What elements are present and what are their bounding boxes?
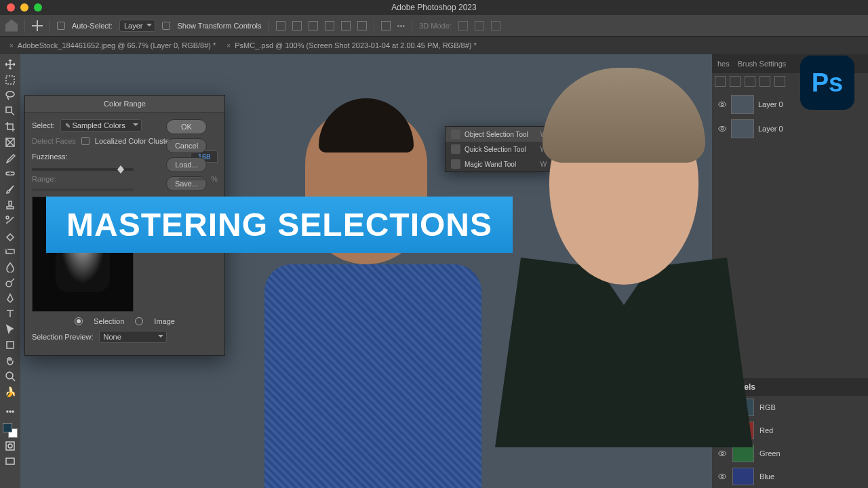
svg-point-7 <box>6 281 12 287</box>
eyedropper-tool[interactable] <box>2 150 18 165</box>
selection-tool[interactable] <box>2 104 18 119</box>
mode-3d-label: 3D Mode: <box>419 22 452 30</box>
tool-icon <box>451 144 460 154</box>
brush-tool[interactable] <box>2 182 18 197</box>
align-left-icon[interactable] <box>276 21 285 30</box>
select-label: Select: <box>32 121 55 129</box>
banana-icon[interactable]: 🍌 <box>2 384 18 399</box>
image-radio-label: Image <box>154 317 175 325</box>
color-swatch[interactable] <box>3 423 18 438</box>
channel-row[interactable]: Blue <box>712 465 868 488</box>
dialog-title: Color Range <box>25 96 224 113</box>
align-bottom-icon[interactable] <box>357 21 367 30</box>
align-top-icon[interactable] <box>325 21 334 30</box>
path-select-tool[interactable] <box>2 322 18 337</box>
move-tool[interactable] <box>2 57 18 72</box>
hand-tool[interactable] <box>2 353 18 368</box>
shape-tool[interactable] <box>2 338 18 352</box>
screen-mode-icon[interactable] <box>2 454 18 469</box>
auto-select-dropdown[interactable]: Layer <box>119 20 156 32</box>
healing-tool[interactable] <box>2 166 18 181</box>
options-bar: Auto-Select: Layer Show Transform Contro… <box>0 15 868 37</box>
document-tab[interactable]: × AdobeStock_184461652.jpeg @ 66.7% (Lay… <box>4 39 221 52</box>
channel-name: Red <box>760 426 773 434</box>
select-dropdown[interactable]: ✎ Sampled Colors <box>60 119 142 131</box>
gradient-tool[interactable] <box>2 244 18 259</box>
lasso-tool[interactable] <box>2 88 18 103</box>
svg-rect-10 <box>6 442 14 450</box>
history-brush-tool[interactable] <box>2 213 18 228</box>
close-tab-icon[interactable]: × <box>9 42 14 49</box>
ok-button[interactable]: OK <box>166 119 207 134</box>
align-right-icon[interactable] <box>309 21 318 30</box>
eraser-tool[interactable] <box>2 228 18 243</box>
fx-icon[interactable] <box>774 76 785 87</box>
fuzziness-label: Fuzziness: <box>32 152 68 161</box>
localized-label: Localized Color Clusters <box>95 137 176 145</box>
layer-name: Layer 0 <box>758 100 783 108</box>
svg-point-23 <box>719 474 726 479</box>
channel-name: RGB <box>760 403 776 411</box>
selection-radio[interactable] <box>75 317 83 325</box>
auto-select-checkbox[interactable] <box>57 22 65 30</box>
zoom-window[interactable] <box>34 3 42 12</box>
channel-name: Blue <box>760 472 774 481</box>
pen-tool[interactable] <box>2 291 18 306</box>
align-center-h-icon[interactable] <box>292 21 302 30</box>
stamp-tool[interactable] <box>2 197 18 212</box>
detect-faces-label: Detect Faces <box>32 137 76 145</box>
load-button[interactable]: Load... <box>166 157 207 172</box>
document-tabs: × AdobeStock_184461652.jpeg @ 66.7% (Lay… <box>0 37 868 54</box>
range-unit: % <box>211 175 218 183</box>
range-slider <box>32 188 134 191</box>
channel-thumbnail <box>732 468 754 485</box>
move-tool-icon[interactable] <box>32 20 43 31</box>
document-tab[interactable]: × PsMC_.psd @ 100% (Screen Shot 2023-01-… <box>221 39 481 52</box>
distribute-icon[interactable] <box>381 21 391 30</box>
title-banner: MASTERING SELECTIONS <box>46 197 513 253</box>
dodge-tool[interactable] <box>2 275 18 290</box>
mode-3d-dolly-icon <box>491 21 500 30</box>
show-transform-checkbox[interactable] <box>162 22 170 30</box>
selection-preview-label: Selection Preview: <box>32 333 94 341</box>
mode-3d-pan-icon <box>475 21 484 30</box>
align-center-v-icon[interactable] <box>341 21 351 30</box>
localized-checkbox[interactable] <box>81 137 90 145</box>
fuzziness-slider[interactable] <box>32 168 134 171</box>
frame-tool[interactable] <box>2 135 18 150</box>
logo-text: Ps <box>812 68 843 98</box>
app-title: Adobe Photoshop 2023 <box>391 3 476 12</box>
tool-icon <box>451 159 460 169</box>
selection-preview-dropdown[interactable]: None <box>99 331 167 343</box>
close-window[interactable] <box>7 3 15 12</box>
home-icon[interactable] <box>5 20 18 32</box>
selection-radio-label: Selection <box>94 317 124 325</box>
svg-rect-0 <box>6 76 14 84</box>
auto-select-label: Auto-Select: <box>72 22 113 30</box>
svg-point-11 <box>8 444 12 448</box>
svg-point-24 <box>721 475 724 478</box>
tools-panel: 🍌 ••• <box>0 54 20 488</box>
tab-label: AdobeStock_184461652.jpeg @ 66.7% (Layer… <box>18 41 216 49</box>
cancel-button[interactable]: Cancel <box>166 138 207 153</box>
mode-3d-orbit-icon <box>458 21 468 30</box>
svg-point-9 <box>6 372 13 379</box>
presenter-image <box>488 54 760 461</box>
eye-icon[interactable] <box>717 472 727 481</box>
image-radio[interactable] <box>135 317 143 325</box>
layer-name: Layer 0 <box>758 125 783 133</box>
svg-rect-12 <box>6 458 14 464</box>
link-icon[interactable] <box>760 76 770 87</box>
zoom-tool[interactable] <box>2 369 18 384</box>
minimize-window[interactable] <box>20 3 28 12</box>
marquee-tool[interactable] <box>2 73 18 87</box>
edit-toolbar[interactable]: ••• <box>2 405 18 420</box>
blur-tool[interactable] <box>2 260 18 274</box>
close-tab-icon[interactable]: × <box>226 42 231 49</box>
tool-icon <box>451 129 460 139</box>
quick-mask-icon[interactable] <box>2 439 18 453</box>
svg-rect-8 <box>7 342 14 348</box>
range-value <box>178 177 205 181</box>
crop-tool[interactable] <box>2 119 18 134</box>
type-tool[interactable] <box>2 306 18 321</box>
